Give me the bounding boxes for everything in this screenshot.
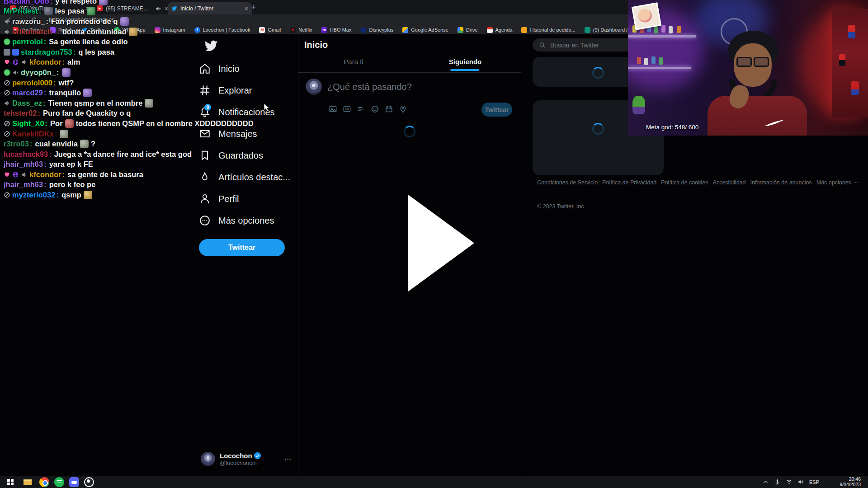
chat-badge-speaker-icon (21, 59, 28, 66)
figurine (839, 54, 845, 66)
chat-username[interactable]: jhair_mh63 (4, 180, 43, 189)
chat-colon: : (50, 0, 53, 5)
chat-emote-weed-icon (87, 7, 95, 15)
chat-username[interactable]: myzterio032 (12, 191, 55, 199)
taskbar-start-icon[interactable] (5, 476, 17, 488)
tab-siguiendo[interactable]: Siguiendo (410, 58, 521, 66)
taskbar-discord-icon[interactable] (69, 477, 79, 487)
bookmark-label: Disneyplus (369, 27, 393, 33)
account-switcher[interactable]: Locochon @locochoncin ⋯ (201, 449, 291, 469)
tab-para-ti[interactable]: Para ti (298, 58, 409, 66)
taskbar-obs-icon[interactable] (84, 477, 94, 487)
chat-message: r3tro03:cual envidia? (4, 139, 256, 149)
chat-username[interactable]: Bazuan_Odo (4, 0, 49, 5)
chat-colon: : (62, 58, 65, 66)
footer-link[interactable]: Información de anuncios (750, 179, 812, 186)
footer-link[interactable]: Más opciones ⋯ (816, 179, 859, 186)
chat-username[interactable]: lucashack93 (4, 150, 48, 159)
compose-media-icon[interactable] (329, 105, 337, 113)
chat-message: lucashack93:Juega a *a dance fire and ic… (4, 149, 256, 160)
chat-username[interactable]: Sight_X0 (12, 119, 44, 128)
chat-username[interactable]: kfcondor (29, 58, 61, 66)
loading-spinner (592, 67, 604, 79)
tweet-button-disabled[interactable]: Twittear (481, 103, 512, 117)
bookmark-item[interactable]: Gmail (255, 27, 285, 33)
chat-colon: : (44, 38, 47, 46)
bookmark-item[interactable]: HBO Max (317, 27, 356, 33)
chat-badge-globe-icon (12, 171, 19, 178)
photo-frame (632, 2, 661, 30)
chat-colon: : (73, 48, 76, 56)
language-indicator[interactable]: ESP (809, 479, 819, 485)
chat-username[interactable]: rawzoru_ (12, 17, 45, 26)
sidebar-item-more[interactable]: Más opciones (199, 210, 303, 231)
tray-speaker-icon[interactable] (797, 479, 804, 485)
chat-username[interactable]: perrrolol (12, 38, 43, 46)
bookmark-item[interactable]: Agenda (482, 27, 517, 33)
taskbar-explorer-icon[interactable] (22, 476, 33, 488)
chat-message: perrrolol:Sa gente llena de odio (4, 37, 256, 47)
chat-colon: : (57, 68, 59, 77)
taskbar-clock[interactable]: 20:46 9/04/2023 (840, 477, 861, 487)
video-play-overlay-icon[interactable] (408, 195, 474, 291)
chat-emote-pray-icon (84, 191, 92, 199)
chat-text: Tienen qsmp en el nombre (48, 99, 143, 108)
chat-badge-nospeak-icon (4, 192, 10, 198)
chat-emote-frog-icon (80, 140, 89, 148)
compose-schedule-icon[interactable] (385, 105, 393, 113)
tray-mic-icon[interactable] (774, 479, 781, 485)
chat-username[interactable]: srikomatch_ (12, 28, 56, 36)
bookmark-item[interactable]: Disneyplus (356, 27, 398, 33)
chat-username[interactable]: kfcondor (29, 170, 61, 179)
tray-chevronup-icon[interactable] (762, 479, 769, 485)
chat-message: myzterio032:qsmp (4, 190, 256, 200)
copyright: © 2023 Twitter, Inc. (537, 203, 585, 210)
chat-badge-heart-icon (4, 171, 10, 178)
footer-link[interactable]: Accesibilidad (713, 179, 746, 186)
compose-gif-icon[interactable]: GIF (343, 105, 351, 113)
chat-text: cual envidia (35, 140, 77, 148)
chat-emote-xd-icon (120, 17, 129, 26)
bookmark-label: Netflix (298, 27, 312, 33)
divider (298, 72, 521, 73)
chat-text: q les pasa (78, 48, 114, 56)
chat-badge-speaker-icon (12, 69, 19, 76)
chat-username[interactable]: jhair_mh63 (4, 160, 43, 169)
footer-link[interactable]: Política de Privacidad (602, 179, 656, 186)
footer-link[interactable]: Condiciones de Servicio (537, 179, 598, 186)
bookmark-item[interactable]: Google AdSense (398, 27, 453, 33)
bookmark-label: Historial de pedido... (530, 27, 575, 33)
show-desktop-button[interactable] (866, 478, 866, 486)
bookmark-item[interactable]: Netflix (285, 27, 317, 33)
chat-username[interactable]: Dass_ez (12, 99, 42, 108)
taskbar-chrome-icon[interactable] (39, 477, 49, 487)
tray-wifi-icon[interactable] (786, 479, 793, 485)
chat-username[interactable]: dyyop0n_ (21, 68, 56, 77)
compose-location-icon[interactable] (399, 105, 407, 113)
compose-poll-icon[interactable] (357, 105, 365, 113)
search-icon (539, 42, 546, 48)
chat-username[interactable]: KanekiIDKx (12, 130, 54, 138)
chat-badge-greenorb-icon (4, 69, 10, 76)
composer-input[interactable]: ¿Qué está pasando? (327, 82, 412, 92)
chat-text: Fan promedio de q (51, 17, 118, 26)
chat-colon: : (49, 150, 52, 159)
bookmark-label: Gmail (268, 27, 281, 33)
chat-username[interactable]: MrPridest (4, 7, 38, 15)
taskbar-spotify-icon[interactable] (54, 477, 64, 487)
bookmark-item[interactable]: Historial de pedido... (517, 27, 580, 33)
bookmark-label: Agenda (495, 27, 513, 33)
chat-username[interactable]: tehster02 (4, 109, 37, 117)
footer-link[interactable]: Política de cookies (661, 179, 708, 186)
bookmark-item[interactable]: Drive (453, 27, 482, 33)
tweet-button[interactable]: Twittear (199, 239, 285, 256)
chat-username[interactable]: r3tro03 (4, 140, 29, 148)
chat-username[interactable]: stardragon753 (21, 48, 72, 56)
compose-emoji-icon[interactable] (371, 105, 379, 113)
chat-colon: : (56, 191, 59, 199)
chat-text: Puro fan de Quackity o q (43, 109, 131, 117)
chat-username[interactable]: perrolol009 (12, 79, 52, 87)
chat-emote-xd-icon (62, 68, 71, 77)
account-menu-icon[interactable]: ⋯ (284, 455, 291, 463)
chat-username[interactable]: marcd29 (12, 89, 43, 97)
